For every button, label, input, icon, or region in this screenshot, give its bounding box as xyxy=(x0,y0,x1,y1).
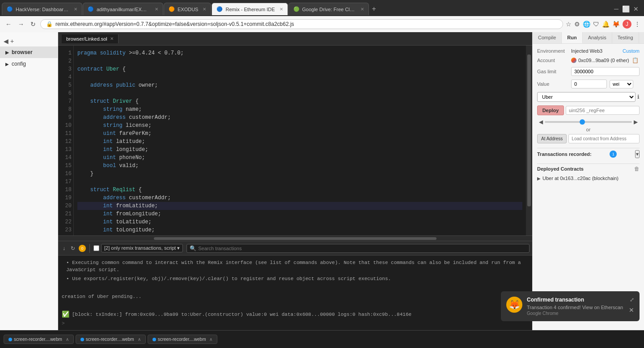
editor-scrollbar[interactable] xyxy=(526,46,532,235)
panel-tab-debugger[interactable]: Debugger xyxy=(639,32,644,43)
sidebar-item-config[interactable]: ▶ config xyxy=(0,58,58,70)
console-badge: 0 xyxy=(79,245,86,252)
load-contract-input[interactable] xyxy=(568,134,640,143)
transactions-expand[interactable]: ▾ xyxy=(635,150,640,158)
transactions-header: Transactions recorded: 1 ▾ xyxy=(537,148,640,160)
console-search-input[interactable] xyxy=(198,246,526,251)
account-value: 0xc09...9ba09 (0 ether) xyxy=(578,58,629,63)
deploy-input[interactable] xyxy=(566,106,640,115)
gas-limit-input[interactable] xyxy=(571,67,640,76)
sidebar-label-browser: browser xyxy=(12,49,33,55)
notification-close-button[interactable]: ✕ xyxy=(629,306,634,314)
account-row: Account 0xc09...9ba09 (0 ether) 📋 xyxy=(537,57,640,63)
tab-close-5[interactable]: ✕ xyxy=(360,7,364,12)
contract-selector-row: Uber ℹ xyxy=(537,92,640,102)
tab-close-4[interactable]: ✕ xyxy=(280,7,283,12)
taskbar-close-3[interactable]: ∧ xyxy=(209,337,212,342)
notification-content: Confirmed transaction Transaction 4 conf… xyxy=(527,297,624,316)
account-copy-button[interactable]: 📋 xyxy=(632,57,639,63)
taskbar-dot-2 xyxy=(80,338,84,341)
run-tab-label: Run xyxy=(567,35,576,40)
user-icon[interactable]: J xyxy=(623,20,631,29)
panel-tab-compile[interactable]: Compile xyxy=(533,32,562,43)
gas-limit-row: Gas limit xyxy=(537,67,640,76)
tab-exodus[interactable]: 🟠 EXODUS ✕ xyxy=(164,3,211,15)
extensions-icon[interactable]: ⚙ xyxy=(574,21,580,28)
environment-label: Environment xyxy=(537,48,568,54)
contract-select[interactable]: Uber xyxy=(537,92,636,102)
code-line-4 xyxy=(77,73,522,81)
transactions-title: Transactions recorded: xyxy=(537,151,592,157)
clear-deployed-button[interactable]: 🗑 xyxy=(634,166,640,172)
panel-tab-analysis[interactable]: Analysis xyxy=(583,32,612,43)
transactions-badge: 1 xyxy=(610,151,617,158)
tab-close-3[interactable]: ✕ xyxy=(203,7,206,12)
maximize-button[interactable]: ⬜ xyxy=(622,5,630,13)
sidebar-item-browser[interactable]: ▶ browser xyxy=(0,46,58,58)
menu-icon[interactable]: ⋮ xyxy=(634,21,640,28)
sidebar-collapse-button[interactable]: ◀ xyxy=(4,38,8,45)
slider-left-arrow[interactable]: ◀ xyxy=(539,119,543,125)
code-line-20: int fromLatitude; xyxy=(77,202,522,210)
environment-row: Environment Injected Web3 Custom xyxy=(537,48,640,54)
code-content[interactable]: pragma solidity >=0.4.24 < 0.7.0; contra… xyxy=(74,46,526,235)
panel-tab-run[interactable]: Run xyxy=(562,32,582,43)
horizontal-scrollbar[interactable] xyxy=(58,235,532,241)
deploy-button[interactable]: Deploy xyxy=(537,105,564,115)
slider-track[interactable] xyxy=(545,121,632,123)
console-toolbar: ↓ ↻ 0 [2] only remix transactions, scrip… xyxy=(58,241,532,256)
tab-close-2[interactable]: ✕ xyxy=(155,7,158,12)
console-line-1: • Executing common command to interact w… xyxy=(62,259,529,273)
code-line-12: int latitude; xyxy=(77,138,522,146)
console-arrow-button[interactable]: ↓ xyxy=(61,244,67,252)
editor-tab-close[interactable]: ✕ xyxy=(110,36,114,41)
code-line-13: int longitude; xyxy=(77,146,522,154)
taskbar-item-3[interactable]: screen-recorder....webm ∧ xyxy=(148,335,218,344)
close-window-button[interactable]: ✕ xyxy=(633,5,639,13)
tab-close-1[interactable]: ✕ xyxy=(74,7,77,12)
tab-hackverse[interactable]: 🔵 HackVerse: Dashboard | Devfolio ✕ xyxy=(2,3,82,15)
notification-body: Transaction 4 confirmed! View on Ethersc… xyxy=(527,305,624,310)
back-button[interactable]: ← xyxy=(4,20,13,29)
new-tab-button[interactable]: + xyxy=(369,5,379,13)
bookmark-icon[interactable]: ☆ xyxy=(566,21,572,28)
tab-gdrive[interactable]: 🟢 Google Drive: Free Cloud Stora... ✕ xyxy=(288,3,369,15)
or-text: or xyxy=(537,127,640,132)
contract-item-uber[interactable]: ▶ Uber at 0x163...c20ac (blockchain) xyxy=(537,174,640,183)
console-filter-dropdown[interactable]: [2] only remix transactions, script ▾ xyxy=(101,244,183,252)
value-input[interactable] xyxy=(571,80,607,88)
sidebar-arrow-config: ▶ xyxy=(5,62,9,67)
value-unit-select[interactable]: wei gwei finney ether xyxy=(610,80,633,88)
editor-tab-linked[interactable]: browser/Linked.sol ✕ xyxy=(62,34,119,43)
notification-expand[interactable]: ⤢ xyxy=(630,297,634,303)
bell-icon[interactable]: 🔔 xyxy=(602,21,610,28)
forward-button[interactable]: → xyxy=(16,20,26,29)
main-content: browser/Linked.sol ✕ 1 2 3 4 5 6 7 8 9 1… xyxy=(58,32,532,330)
shield-icon[interactable]: 🛡 xyxy=(593,21,599,28)
custom-link[interactable]: Custom xyxy=(623,48,640,54)
tab-bar: 🔵 HackVerse: Dashboard | Devfolio ✕ 🔵 ad… xyxy=(0,0,644,16)
minimize-button[interactable]: ─ xyxy=(614,5,619,13)
taskbar-close-1[interactable]: ∧ xyxy=(66,337,69,342)
taskbar-item-1[interactable]: screen-recorder....webm ∧ xyxy=(4,335,74,344)
panel-tab-testing[interactable]: Testing xyxy=(612,32,639,43)
refresh-button[interactable]: ↻ xyxy=(29,20,38,29)
editor-tabs: browser/Linked.sol ✕ xyxy=(58,32,532,46)
tab-exodus-repo[interactable]: 🔵 adithyaanilkumar/EXODUS: A Bl... ✕ xyxy=(83,3,163,15)
tab-favicon-4: 🔵 xyxy=(216,6,223,13)
console-checkbox[interactable] xyxy=(93,245,99,251)
code-line-5: address public owner; xyxy=(77,81,522,89)
globe-icon[interactable]: 🌐 xyxy=(583,21,590,28)
at-address-button[interactable]: At Address xyxy=(537,134,567,143)
address-bar[interactable]: 🔒 remix.ethereum.org/#appVersion=0.7.7&o… xyxy=(40,19,563,29)
slider-right-arrow[interactable]: ▶ xyxy=(634,119,638,125)
taskbar-item-2[interactable]: screen-recorder....webm ∧ xyxy=(76,335,146,344)
taskbar-dot-3 xyxy=(153,338,156,341)
sidebar-add-button[interactable]: + xyxy=(10,38,14,45)
fox-icon[interactable]: 🦊 xyxy=(612,21,620,28)
slider-container: ◀ ▶ xyxy=(537,119,640,125)
contract-info-button[interactable]: ℹ xyxy=(637,94,640,100)
console-refresh-button[interactable]: ↻ xyxy=(69,244,77,252)
taskbar-close-2[interactable]: ∧ xyxy=(138,337,141,342)
tab-remix[interactable]: 🔵 Remix - Ethereum IDE ✕ xyxy=(212,3,288,15)
